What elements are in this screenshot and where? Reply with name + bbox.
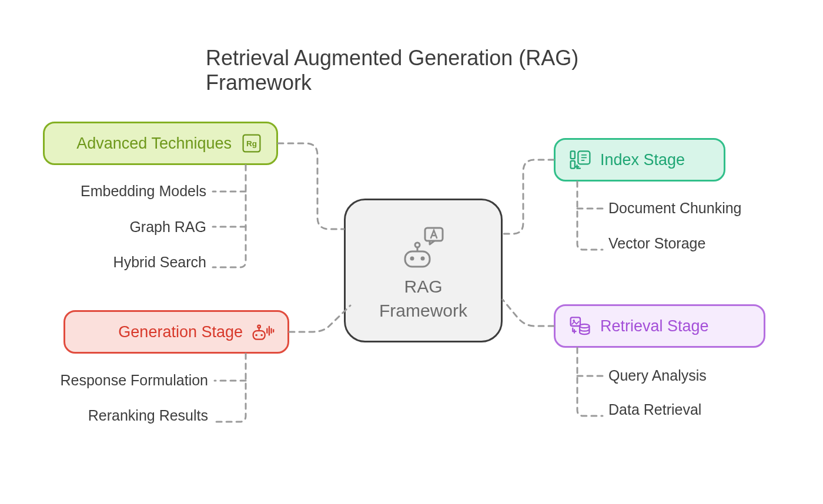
center-node-rag-framework: RAGFramework [344,199,503,342]
node-label: Index Stage [600,151,685,169]
sub-item: Graph RAG [65,219,206,236]
node-label: Retrieval Stage [600,317,709,335]
chatbot-voice-icon [251,320,275,344]
sub-item: Hybrid Search [65,254,206,271]
node-retrieval-stage: Retrieval Stage [554,304,765,348]
diagram-title: Retrieval Augmented Generation (RAG) Fra… [206,46,617,95]
sub-item: Vector Storage [608,235,705,252]
node-advanced-techniques: Advanced Techniques Rg [43,122,278,165]
center-node-label: RAGFramework [379,275,467,322]
chatbot-icon [397,227,450,269]
svg-rect-1 [405,251,430,267]
svg-point-4 [410,257,414,261]
sub-item: Reranking Results [41,407,208,424]
sub-item: Data Retrieval [608,401,701,418]
svg-text:Rg: Rg [246,139,257,148]
svg-point-5 [421,257,425,261]
node-generation-stage: Generation Stage [63,310,289,354]
node-label: Generation Stage [118,323,243,341]
svg-point-12 [260,334,263,337]
sub-item: Response Formulation [41,372,208,389]
node-index-stage: Index Stage [554,138,725,182]
sub-item: Embedding Models [65,183,206,200]
rg-element-icon: Rg [240,132,263,155]
svg-rect-17 [571,151,575,159]
svg-rect-8 [253,331,265,340]
retrieval-icon [568,314,592,338]
svg-point-11 [255,334,257,337]
svg-point-3 [415,243,420,247]
index-icon [568,148,592,172]
svg-rect-18 [571,161,575,169]
svg-point-10 [257,325,260,328]
sub-item: Document Chunking [608,200,742,217]
svg-point-25 [580,324,589,328]
node-label: Advanced Techniques [76,135,232,153]
sub-item: Query Analysis [608,367,707,384]
